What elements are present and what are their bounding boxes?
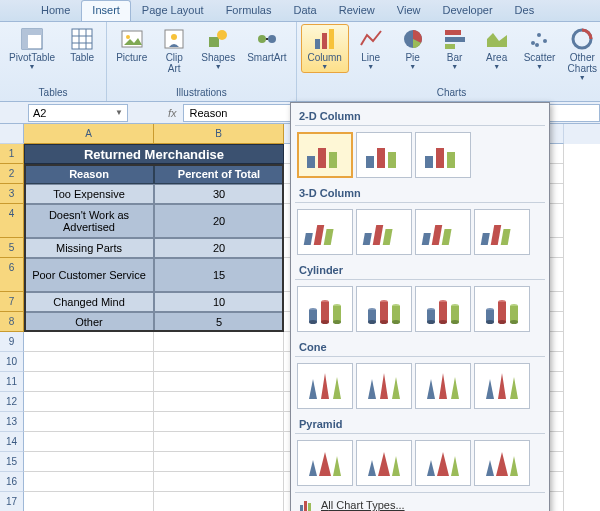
- table-cell-pct[interactable]: 10: [154, 292, 284, 312]
- other-charts-button[interactable]: OtherCharts▼: [562, 24, 600, 84]
- cell[interactable]: [154, 452, 284, 472]
- cell[interactable]: [24, 332, 154, 352]
- table-button[interactable]: Table: [62, 24, 102, 66]
- tab-developer[interactable]: Developer: [431, 0, 503, 21]
- table-cell-pct[interactable]: 20: [154, 238, 284, 258]
- chart-type-option[interactable]: [356, 132, 412, 178]
- table-cell-reason[interactable]: Changed Mind: [24, 292, 154, 312]
- scatter-chart-button[interactable]: Scatter▼: [519, 24, 561, 73]
- cell[interactable]: [24, 372, 154, 392]
- chart-type-option[interactable]: [356, 286, 412, 332]
- row-header-14[interactable]: 14: [0, 432, 24, 452]
- chart-type-option[interactable]: [297, 440, 353, 486]
- other-charts-icon: [570, 27, 594, 51]
- cell[interactable]: [154, 432, 284, 452]
- pivottable-button[interactable]: PivotTable▼: [4, 24, 60, 73]
- table-cell-reason[interactable]: Missing Parts: [24, 238, 154, 258]
- cell[interactable]: [24, 472, 154, 492]
- row-header-1[interactable]: 1: [0, 144, 24, 164]
- chart-type-option[interactable]: [474, 363, 530, 409]
- chart-type-option[interactable]: [415, 209, 471, 255]
- chart-type-option[interactable]: [356, 440, 412, 486]
- row-header-5[interactable]: 5: [0, 238, 24, 258]
- chart-type-option[interactable]: [415, 363, 471, 409]
- shapes-button[interactable]: Shapes▼: [196, 24, 240, 73]
- cell[interactable]: [24, 492, 154, 511]
- row-header-12[interactable]: 12: [0, 392, 24, 412]
- tab-des[interactable]: Des: [504, 0, 546, 21]
- row-header-9[interactable]: 9: [0, 332, 24, 352]
- cell[interactable]: [154, 492, 284, 511]
- chart-type-option[interactable]: [297, 209, 353, 255]
- row-header-13[interactable]: 13: [0, 412, 24, 432]
- tab-home[interactable]: Home: [30, 0, 81, 21]
- cell[interactable]: [24, 432, 154, 452]
- tab-data[interactable]: Data: [282, 0, 327, 21]
- table-cell-pct[interactable]: 15: [154, 258, 284, 292]
- tab-view[interactable]: View: [386, 0, 432, 21]
- chart-type-option[interactable]: [474, 286, 530, 332]
- cell[interactable]: [24, 412, 154, 432]
- chart-type-option[interactable]: [415, 132, 471, 178]
- bar-chart-icon: [443, 27, 467, 51]
- chart-type-option[interactable]: [297, 132, 353, 178]
- row-header-15[interactable]: 15: [0, 452, 24, 472]
- cell[interactable]: [154, 472, 284, 492]
- row-header-17[interactable]: 17: [0, 492, 24, 511]
- chart-type-option[interactable]: [415, 286, 471, 332]
- line-chart-button[interactable]: Line▼: [351, 24, 391, 73]
- col-header-B[interactable]: B: [154, 124, 284, 144]
- chart-type-option[interactable]: [474, 209, 530, 255]
- svg-rect-38: [314, 225, 325, 245]
- pie-chart-button[interactable]: Pie▼: [393, 24, 433, 73]
- row-header-16[interactable]: 16: [0, 472, 24, 492]
- row-header-11[interactable]: 11: [0, 372, 24, 392]
- picture-button[interactable]: Picture: [111, 24, 152, 66]
- col-header-A[interactable]: A: [24, 124, 154, 144]
- all-chart-types-link[interactable]: All Chart Types...: [321, 499, 405, 511]
- tab-page-layout[interactable]: Page Layout: [131, 0, 215, 21]
- svg-rect-20: [445, 30, 461, 35]
- cell[interactable]: [24, 392, 154, 412]
- area-chart-button[interactable]: Area▼: [477, 24, 517, 73]
- tab-formulas[interactable]: Formulas: [215, 0, 283, 21]
- row-header-2[interactable]: 2: [0, 164, 24, 184]
- table-cell-pct[interactable]: 30: [154, 184, 284, 204]
- chart-type-option[interactable]: [297, 363, 353, 409]
- table-cell-reason[interactable]: Doesn't Work as Advertised: [24, 204, 154, 238]
- cell[interactable]: [154, 392, 284, 412]
- chart-type-option[interactable]: [474, 440, 530, 486]
- clipart-button[interactable]: ClipArt: [154, 24, 194, 77]
- table-cell-pct[interactable]: 20: [154, 204, 284, 238]
- cell[interactable]: [24, 352, 154, 372]
- tab-review[interactable]: Review: [328, 0, 386, 21]
- fx-icon[interactable]: fx: [168, 107, 177, 119]
- chart-type-option[interactable]: [415, 440, 471, 486]
- svg-point-26: [535, 43, 539, 47]
- cell[interactable]: [154, 332, 284, 352]
- row-header-8[interactable]: 8: [0, 312, 24, 332]
- name-box[interactable]: A2▼: [28, 104, 128, 122]
- cell[interactable]: [24, 452, 154, 472]
- chart-type-option[interactable]: [297, 286, 353, 332]
- bar-chart-button[interactable]: Bar▼: [435, 24, 475, 73]
- row-header-3[interactable]: 3: [0, 184, 24, 204]
- row-header-10[interactable]: 10: [0, 352, 24, 372]
- table-cell-reason[interactable]: Poor Customer Service: [24, 258, 154, 292]
- svg-rect-40: [363, 233, 372, 245]
- row-header-4[interactable]: 4: [0, 204, 24, 238]
- table-cell-pct[interactable]: 5: [154, 312, 284, 332]
- tab-insert[interactable]: Insert: [81, 0, 131, 21]
- table-cell-reason[interactable]: Other: [24, 312, 154, 332]
- row-header-7[interactable]: 7: [0, 292, 24, 312]
- chart-type-option[interactable]: [356, 363, 412, 409]
- chart-type-option[interactable]: [356, 209, 412, 255]
- smartart-button[interactable]: SmartArt: [242, 24, 291, 66]
- cell[interactable]: [154, 412, 284, 432]
- svg-rect-16: [315, 39, 320, 49]
- column-chart-button[interactable]: Column▼: [301, 24, 349, 73]
- cell[interactable]: [154, 372, 284, 392]
- table-cell-reason[interactable]: Too Expensive: [24, 184, 154, 204]
- cell[interactable]: [154, 352, 284, 372]
- row-header-6[interactable]: 6: [0, 258, 24, 292]
